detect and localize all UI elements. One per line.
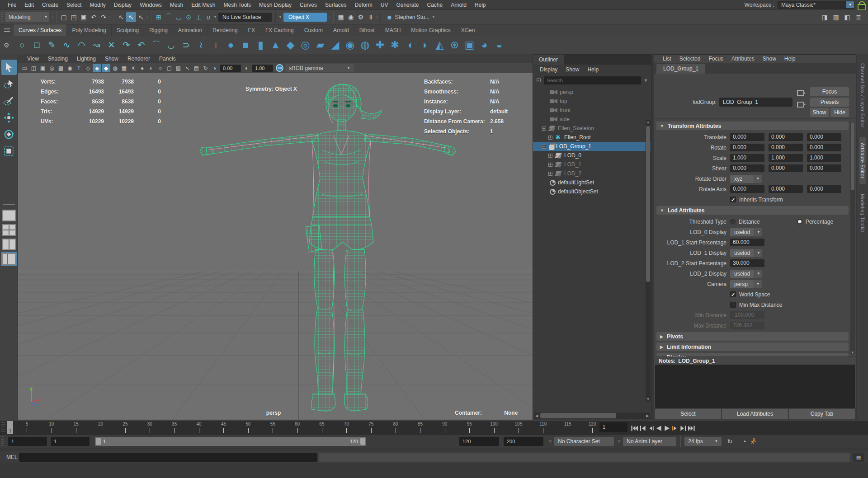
outliner-menu-item[interactable]: Show <box>561 66 583 73</box>
lod0-display-dropdown[interactable]: uselod <box>730 228 754 236</box>
shear-z-field[interactable]: 0.000 <box>807 164 841 172</box>
camera-dropdown[interactable]: persp <box>730 280 754 288</box>
copy-tab-icon[interactable] <box>797 90 804 96</box>
ae-menu-item[interactable]: Help <box>780 56 800 62</box>
toolbox-tool[interactable] <box>1 60 17 75</box>
outliner-menu-item[interactable]: Display <box>536 66 561 73</box>
expand-toggle[interactable]: + <box>548 172 552 176</box>
shelf-tool-icon[interactable]: ● <box>223 37 238 53</box>
rotate-axis-z-field[interactable]: 0.000 <box>807 185 841 193</box>
menu-item[interactable]: Modify <box>85 0 109 10</box>
menu-item[interactable]: Edit <box>20 0 38 10</box>
notes-textarea[interactable] <box>655 365 855 408</box>
menu-item[interactable]: Mesh Tools <box>220 0 255 10</box>
sidebar-vertical-tab[interactable]: Modeling Toolkit <box>859 188 866 238</box>
outliner-menu-item[interactable]: Help <box>583 66 603 73</box>
menu-item[interactable]: Edit Mesh <box>187 0 219 10</box>
ae-bottom-button[interactable]: Copy Tab <box>789 409 855 419</box>
range-start-handle[interactable] <box>96 438 101 445</box>
viewport-toolbar-icon[interactable]: ▧ <box>174 64 183 72</box>
shelf-tab[interactable]: FX Caching <box>260 24 299 36</box>
shelf-tool-icon[interactable]: ◖ <box>402 37 417 53</box>
outliner-item[interactable]: + LOD_2 <box>533 169 651 178</box>
outliner-item[interactable]: − Ellen_Skeleton <box>533 124 651 133</box>
panel-menu-item[interactable]: Lighting <box>72 56 100 62</box>
scrollbar-thumb[interactable] <box>851 122 854 190</box>
outliner-search-input[interactable] <box>544 76 641 84</box>
gamma-icon[interactable]: ◐ <box>242 64 251 72</box>
render-icon[interactable]: Ⅱ <box>366 12 376 22</box>
shear-y-field[interactable]: 0.000 <box>769 164 803 172</box>
viewport-toolbar-icon[interactable]: ◫ <box>29 64 38 72</box>
toolbox-tool[interactable] <box>1 143 17 159</box>
rotate-x-field[interactable]: 0.000 <box>730 144 764 151</box>
ae-menu-item[interactable]: List <box>659 56 675 62</box>
focus-button[interactable]: Focus <box>810 87 849 96</box>
shelf-tool-icon[interactable]: ◉ <box>343 37 358 53</box>
shelf-tab[interactable]: FX <box>243 24 260 36</box>
scroll-down-icon[interactable]: ▼ <box>646 397 651 402</box>
range-bar-track[interactable]: 1 120 <box>95 437 366 446</box>
rotate-axis-x-field[interactable]: 0.000 <box>730 185 764 193</box>
playback-button[interactable] <box>679 423 687 433</box>
character-wireframe[interactable] <box>199 81 457 416</box>
range-bar[interactable]: 1 120 <box>95 437 366 446</box>
fps-dropdown[interactable]: 24 fps▼ <box>684 437 722 446</box>
color-management-toggle[interactable]: ON <box>276 64 283 72</box>
viewport-toolbar-icon[interactable]: ◎ <box>47 64 56 72</box>
panel-menu-item[interactable]: View <box>23 56 43 62</box>
status-icon[interactable]: ↶ <box>89 12 99 22</box>
symmetry-field[interactable]: Object X <box>283 13 327 22</box>
ae-vscrollbar[interactable]: ▼ <box>850 122 855 354</box>
outliner-hscrollbar[interactable]: ◀ ▶ <box>534 412 650 419</box>
shelf-tool-icon[interactable]: ▲ <box>268 37 283 53</box>
shelf-tool-icon[interactable]: ◠ <box>74 37 89 53</box>
menu-item[interactable]: Generate <box>392 0 423 10</box>
render-icon[interactable]: ◉ <box>346 12 356 22</box>
viewport-toolbar-icon[interactable]: ↻ <box>201 64 210 72</box>
shelf-tab[interactable]: Animation <box>173 24 208 36</box>
shelf-tool-icon[interactable]: ▣ <box>462 37 477 53</box>
ae-menu-item[interactable]: Show <box>759 56 780 62</box>
menu-item[interactable]: Display <box>110 0 136 10</box>
expand-toggle[interactable]: + <box>548 163 552 167</box>
menu-item[interactable]: Select <box>62 0 85 10</box>
viewport-toolbar-icon[interactable]: ◇ <box>84 64 92 72</box>
sidebar-vertical-tab[interactable]: Attribute Editor <box>859 137 866 184</box>
viewport-toolbar-icon[interactable]: ◐ <box>147 64 156 72</box>
menu-item[interactable]: Arnold <box>447 0 471 10</box>
shelf-tool-icon[interactable]: ∿ <box>59 37 74 53</box>
shelf-tool-icon[interactable]: ⌒ <box>149 37 164 53</box>
render-icon[interactable]: ▦ <box>336 12 346 22</box>
menu-item[interactable]: Surfaces <box>321 0 350 10</box>
playback-start-field[interactable]: 1 <box>51 437 90 446</box>
shelf-tool-icon[interactable]: | <box>208 37 223 53</box>
menu-item[interactable]: Help <box>471 0 490 10</box>
toolbar-grip[interactable] <box>1 12 3 22</box>
timeline-ticks[interactable]: 1 51015202530354045505560657075808590951… <box>7 421 592 434</box>
layout-preset-button[interactable] <box>2 253 16 265</box>
section-transform-attributes[interactable]: ▼ Transform Attributes <box>656 122 849 130</box>
outliner-item[interactable]: front <box>533 106 651 115</box>
time-slider-grip[interactable] <box>1 422 5 433</box>
selection-mode-icon[interactable]: ↖ <box>126 12 136 22</box>
character-set-dropdown[interactable]: No Character Set <box>554 437 614 446</box>
animation-end-field[interactable]: 200 <box>504 437 543 446</box>
viewport-toolbar-icon[interactable]: ● <box>138 64 146 72</box>
collapsed-section-header[interactable]: ▶ Limit Information <box>656 342 849 351</box>
animation-start-field[interactable]: 1 <box>8 437 47 446</box>
toolbox-tool[interactable] <box>1 93 17 108</box>
shelf-tool-icon[interactable]: ○ <box>14 37 29 53</box>
select-by-name-icon[interactable]: ⊡ <box>536 77 541 84</box>
lod1-display-dropdown[interactable]: uselod <box>730 249 754 257</box>
snap-icon[interactable]: ⊥ <box>193 12 203 22</box>
exposure-field[interactable]: 0.00 <box>220 65 241 72</box>
viewport-toolbar-icon[interactable]: ○ <box>156 64 165 72</box>
collapsed-section-header[interactable]: ▶ Display <box>656 353 849 356</box>
shelf-tab[interactable]: Rigging <box>144 24 173 36</box>
snap-icon[interactable]: ⊞ <box>154 12 164 22</box>
playback-button[interactable] <box>638 423 646 433</box>
viewport-toolbar-icon[interactable]: ▭ <box>20 64 29 72</box>
sidebar-toggle-icon[interactable]: ◨ <box>820 12 830 22</box>
shear-x-field[interactable]: 0.000 <box>730 164 764 172</box>
